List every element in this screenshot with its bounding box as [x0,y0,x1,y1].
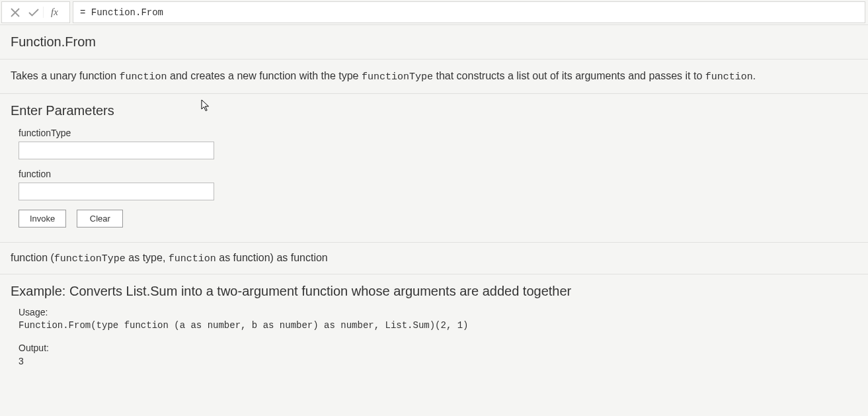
accept-formula-button[interactable] [24,2,43,23]
formula-bar: fx = Function.From [0,0,868,25]
param-label-functiontype: functionType [19,128,857,138]
fx-label: fx [43,7,65,18]
sig-param-function: function [169,253,216,265]
desc-code-function2: function [705,71,753,83]
function-title-section: Function.From [0,25,868,60]
sig-text: as function) as function [216,252,328,263]
sig-text: function ( [11,252,54,263]
parameters-heading: Enter Parameters [11,103,857,118]
example-title: Example: Converts List.Sum into a two-ar… [11,284,857,299]
parameters-section: Enter Parameters functionType function I… [0,94,868,243]
close-icon [11,8,20,17]
example-section: Example: Converts List.Sum into a two-ar… [0,274,868,376]
desc-code-functiontype: functionType [362,71,433,83]
usage-code: Function.From(type function (a as number… [19,320,857,331]
function-signature: function (functionType as type, function… [11,252,857,265]
function-title: Function.From [11,34,857,50]
usage-label: Usage: [19,307,857,317]
example-title-prefix: Example: [11,284,69,298]
output-value: 3 [19,356,857,366]
formula-bar-controls: fx [1,1,70,23]
desc-text: that constructs a list out of its argume… [433,70,705,81]
signature-section: function (functionType as type, function… [0,243,868,274]
param-function: function [19,169,857,200]
example-title-text: Converts List.Sum into a two-argument fu… [69,284,571,298]
output-label: Output: [19,343,857,353]
button-row: Invoke Clear [19,210,857,228]
function-description-section: Takes a unary function function and crea… [0,60,868,94]
param-input-functiontype[interactable] [19,142,214,159]
sig-text: , [163,252,169,263]
desc-text: Takes a unary function [11,70,120,81]
sig-param-functiontype: functionType [54,253,126,265]
param-input-function[interactable] [19,183,214,200]
param-label-function: function [19,169,857,179]
cancel-formula-button[interactable] [6,2,24,23]
desc-text: . [753,70,756,81]
clear-button[interactable]: Clear [77,210,123,228]
desc-code-function: function [120,71,167,83]
formula-input[interactable]: = Function.From [73,1,865,23]
content-area: Function.From Takes a unary function fun… [0,25,868,376]
example-body: Usage: Function.From(type function (a as… [19,307,857,366]
invoke-button[interactable]: Invoke [19,210,66,228]
sig-text: as type [126,252,163,263]
desc-text: and creates a new function with the type [167,70,362,81]
function-description: Takes a unary function function and crea… [11,69,857,84]
param-functiontype: functionType [19,128,857,159]
check-icon [28,8,39,17]
